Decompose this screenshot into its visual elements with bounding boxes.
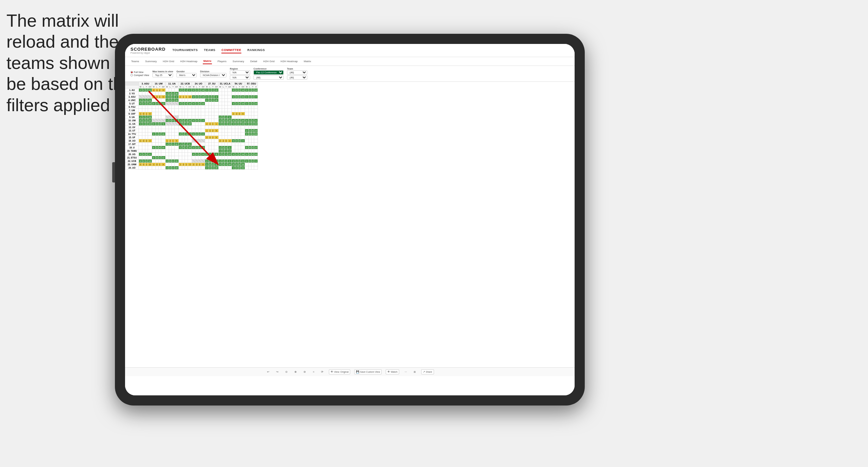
matrix-cell: 1 [155,122,158,126]
matrix-cell [148,129,152,132]
table-row: 9. UA111290012 [125,116,258,119]
matrix-cell: 0 [235,89,238,92]
team-select-2[interactable]: (All) [287,75,307,80]
matrix-cell [195,112,198,116]
matrix-cell: 1 [145,119,148,122]
full-view-radio[interactable] [130,71,133,73]
matrix-cell: 2 [145,159,148,163]
matrix-cell [195,105,198,109]
matrix-cell [227,166,232,170]
matrix-cell [174,153,178,156]
matrix-cell [227,109,232,112]
conference-select[interactable]: Pac-12 Conference [254,70,284,75]
matrix-cell [235,143,238,146]
matrix-cell: 0 [218,122,222,126]
subnav-detail[interactable]: Detail [249,59,258,64]
nav-rankings[interactable]: RANKINGS [247,47,265,53]
region-select-2[interactable]: N/A [230,75,250,80]
compact-view-radio[interactable] [130,74,133,76]
redo-btn[interactable]: ↪ [275,370,280,374]
options-btn[interactable]: ⋯ [403,370,408,374]
matrix-cell [161,112,165,116]
matrix-cell: 2 [205,122,209,126]
nav-committee[interactable]: COMMITTEE [221,47,241,53]
matrix-cell [225,132,227,136]
matrix-area[interactable]: 3. ASU 10. UW 11. UA 22. UCB 24. UO [125,82,575,367]
share-btn[interactable]: ↗ Share [421,369,434,374]
matrix-cell [248,166,251,170]
matrix-cell: 0 [195,132,198,136]
matrix-cell: 12 [227,149,232,153]
table-row: 16. UO1004121522020004 [125,139,258,143]
matrix-cell: 2 [178,102,182,105]
matrix-cell: 0 [182,122,185,126]
nav-tournaments[interactable]: TOURNAMENTS [172,47,198,53]
subnav-matrix2[interactable]: Matrix [303,59,312,64]
matrix-cell [169,116,171,119]
subnav-teams[interactable]: Teams [130,59,140,64]
zoom-in-btn[interactable]: ⊕ [293,370,298,374]
matrix-cell: 2 [238,95,241,99]
nav-teams[interactable]: TEAMS [204,47,215,53]
watch-btn[interactable]: 👁 Watch [386,369,399,374]
matrix-cell: 1 [212,122,214,126]
matrix-cell [198,99,201,102]
matrix-cell [161,129,165,132]
undo-btn[interactable]: ↩ [266,370,271,374]
subnav-summary[interactable]: Summary [145,59,158,64]
save-icon: 💾 [356,370,359,373]
col-header-ucla: 31. UCLA [218,82,232,85]
subnav-h2h-heatmap2[interactable]: H2H Heatmap [280,59,298,64]
conference-select-2[interactable]: (All) [254,75,284,80]
matrix-cell: 2 [169,166,171,170]
matrix-cell: 4 [161,89,165,92]
grid-btn[interactable]: ⊞ [412,370,417,374]
matrix-cell: 4 [148,139,152,143]
matrix-cell [251,99,254,102]
matrix-cell: 12 [148,163,152,166]
matrix-cell: 2 [185,146,188,149]
matrix-cell [198,116,201,119]
matrix-cell: 0 [245,159,248,163]
subnav-h2h-grid[interactable]: H2H Grid [162,59,175,64]
compact-view-option[interactable]: Compact View [130,74,149,76]
matrix-cell: 0 [139,163,142,166]
matrix-cell: 0 [172,99,174,102]
zoom-out-btn[interactable]: ⊖ [302,370,307,374]
matrix-cell: 2 [155,102,158,105]
team-select[interactable]: (All) [287,70,307,75]
matrix-cell [152,159,155,163]
refresh-btn[interactable]: ⟳ [320,370,325,374]
gender-select[interactable]: Men's [176,73,197,77]
matrix-cell [155,149,158,153]
fit-btn[interactable]: = [311,370,316,374]
subnav-players[interactable]: Players [217,59,227,64]
subnav-h2h-grid2[interactable]: H2H Grid [263,59,275,64]
matrix-cell [251,116,254,119]
full-view-option[interactable]: Full View [130,71,149,73]
matrix-cell: 1 [185,132,188,136]
row-team-label: 21. ETSU [125,156,139,159]
matrix-cell [232,132,235,136]
matrix-cell: 1 [225,149,227,153]
region-select[interactable]: N/A [230,70,250,75]
subnav-matrix[interactable]: Matrix [203,58,212,64]
matrix-cell [209,149,211,153]
matrix-cell [174,122,178,126]
save-custom-view-btn[interactable]: 💾 Save Custom View [354,369,382,374]
matrix-cell [241,99,245,102]
matrix-cell [227,95,232,99]
subnav-summary2[interactable]: Summary [232,59,245,64]
matrix-cell [139,109,142,112]
max-teams-select[interactable]: Top 25 [152,73,173,77]
view-original-btn[interactable]: 👁 View: Original [329,369,350,374]
matrix-cell [227,112,232,116]
subnav-h2h-heatmap[interactable]: H2H Heatmap [179,59,198,64]
row-team-label: 24. UO [125,166,139,170]
matrix-cell [178,159,182,163]
matrix-cell [188,166,192,170]
matrix-cell [192,143,195,146]
division-select[interactable]: NCAA Division I [200,73,226,77]
matrix-cell [142,109,145,112]
reset-btn[interactable]: ⊙ [284,370,289,374]
